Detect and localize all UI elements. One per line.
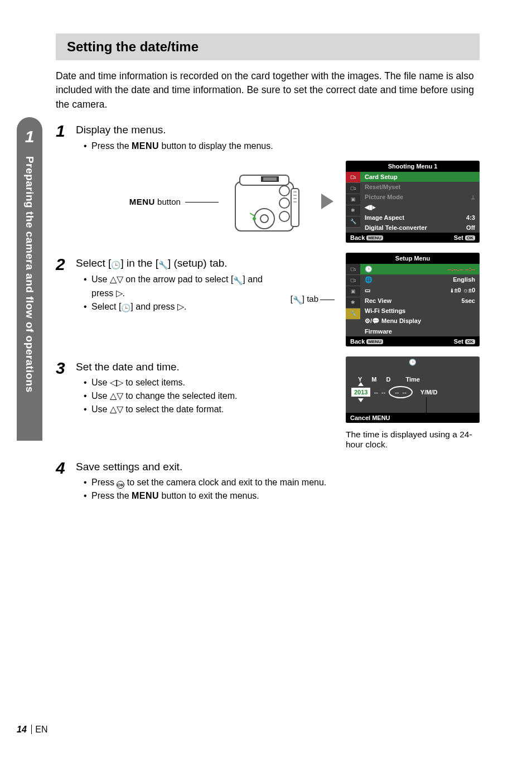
step-2-row: 2 Select [🕒] in the [🔧] (setup) tab. Use… — [56, 253, 480, 346]
svg-point-6 — [279, 186, 289, 196]
leader-line — [185, 202, 219, 202]
clock-icon: 🕒 — [121, 302, 130, 314]
lcd-row: ▭🌡±0 ☼±0 — [360, 285, 480, 296]
globe-icon: 🌐 — [365, 276, 373, 283]
wrench-icon: 🔧 — [233, 275, 243, 287]
text: Press the — [91, 141, 132, 151]
lcd-row: Wi-Fi Settings — [360, 306, 480, 316]
up-down-icon: △▽ — [110, 274, 123, 284]
step-3: 3 Set the date and time. Use ◁▷ to selec… — [56, 360, 335, 417]
svg-point-14 — [253, 217, 256, 220]
lcd-row: Rec View5sec — [360, 296, 480, 306]
lcd-row: 🌐English — [360, 274, 480, 285]
monitor-icon: ▭ — [365, 287, 370, 294]
step4-bullet2: Press the MENU button to exit the menus. — [84, 489, 480, 503]
lcd-shooting-menu: Shooting Menu 1 ◻₁ ◻₂ ▣ ✱ 🔧 Card Setup R… — [346, 161, 480, 243]
lcd-row: Image Aspect4:3 — [360, 213, 480, 223]
page-number: 14 — [17, 725, 27, 734]
lcd-tabs: ◻₁ ◻₂ ▣ ✱ 🔧 — [346, 172, 360, 233]
camera-illustration — [231, 165, 309, 238]
chapter-title: Preparing the camera and flow of operati… — [23, 156, 36, 393]
text: button — [155, 197, 181, 206]
lcd-row: Card Setup — [360, 172, 480, 182]
chapter-number: 1 — [25, 127, 35, 146]
menu-word: MENU — [132, 141, 159, 151]
step4-bullet1: Press OK to set the camera clock and exi… — [84, 476, 480, 489]
tab-camera2-icon: ◻₂ — [346, 275, 360, 286]
lcd-row: 🕒--.--.-- --:-- — [360, 264, 480, 274]
intro-text: Date and time information is recorded on… — [56, 69, 480, 112]
text: button to display the menus. — [159, 141, 273, 151]
lcd-row: ◀▮▸ — [360, 202, 480, 213]
year-field: 2013 — [351, 388, 370, 397]
ok-icon: OK — [117, 481, 124, 489]
step-lead: Save settings and exit. — [76, 460, 480, 474]
tab-camera1-icon: ◻₁ — [346, 172, 360, 183]
section-title-bar: Setting the date/time — [56, 33, 480, 60]
step2-bullet1: Use △▽ on the arrow pad to select [🔧] an… — [84, 273, 279, 300]
menu-word: MENU — [132, 491, 159, 500]
up-down-icon: △▽ — [110, 404, 123, 414]
step-number: 3 — [56, 360, 76, 417]
lcd-setup-menu: Setup Menu ◻₁ ◻₂ ▣ ✱ 🔧 🕒--.--.-- --:-- 🌐… — [346, 253, 480, 346]
clock-icon: 🕒 — [111, 260, 120, 271]
step3-bullet1: Use ◁▷ to select items. — [84, 376, 335, 389]
step1-figures: MENU button Shooting Menu 1 — [56, 161, 480, 243]
svg-rect-9 — [291, 189, 299, 226]
tab-playback-icon: ▣ — [346, 286, 360, 297]
step-lead: Set the date and time. — [76, 360, 335, 374]
step-3-row: 3 Set the date and time. Use ◁▷ to selec… — [56, 356, 480, 450]
wrench-icon: 🔧 — [158, 260, 168, 271]
chapter-tab: 1 Preparing the camera and flow of opera… — [17, 117, 42, 441]
dt-caption: The time is displayed using a 24-hour cl… — [346, 430, 480, 450]
tab-wrench-icon: 🔧 — [346, 216, 360, 228]
time-oval: -- -- — [389, 386, 413, 398]
menu-word: MENU — [129, 197, 155, 206]
tab-gear-icon: ✱ — [346, 297, 360, 308]
lcd-row: Picture Mode⟂ — [360, 192, 480, 202]
right-icon: ▷ — [116, 288, 123, 298]
step-number: 4 — [56, 460, 76, 503]
up-down-icon: △▽ — [110, 391, 123, 401]
step-1: 1 Display the menus. Press the MENU butt… — [56, 123, 480, 153]
tab-wrench-icon: 🔧 — [346, 308, 360, 320]
gear-icon: ⚙ — [365, 317, 370, 324]
section-title: Setting the date/time — [67, 39, 468, 55]
step-lead: Display the menus. — [76, 123, 480, 137]
lcd-datetime: 🕒 Y M D Time 2013 -- -- -- -- — [346, 356, 480, 423]
lcd-row: ⚙/💬 Menu Display — [360, 316, 480, 326]
step1-bullet: Press the MENU button to display the men… — [84, 139, 480, 153]
step-number: 1 — [56, 123, 76, 153]
step-lead: Select [🕒] in the [🔧] (setup) tab. — [76, 256, 279, 271]
lcd-row: Digital Tele-converterOff — [360, 223, 480, 233]
callout-line — [426, 397, 427, 423]
lcd-footer: Cancel MENU — [346, 413, 480, 423]
lcd-title: Shooting Menu 1 — [346, 161, 480, 172]
left-right-icon: ◁▷ — [110, 378, 123, 387]
tab-camera1-icon: ◻₁ — [346, 264, 360, 275]
tab-gear-icon: ✱ — [346, 205, 360, 216]
lcd-footer: Back MENU Set OK — [346, 233, 480, 243]
dt-values: 2013 -- -- -- -- Y/M/D — [351, 386, 474, 398]
page-footer: 14 EN — [17, 725, 47, 735]
arrow-right-icon — [321, 194, 333, 209]
step-4: 4 Save settings and exit. Press OK to se… — [56, 460, 480, 503]
lcd-title: Setup Menu — [346, 253, 480, 264]
step3-bullet2: Use △▽ to change the selected item. — [84, 389, 335, 403]
step2-bullet2: Select [🕒] and press ▷. — [84, 300, 279, 314]
step-2: 2 Select [🕒] in the [🔧] (setup) tab. Use… — [56, 256, 279, 314]
lcd-row: Reset/Myset — [360, 182, 480, 192]
lcd-row: Firmware — [360, 326, 480, 336]
tab-playback-icon: ▣ — [346, 194, 360, 205]
svg-point-5 — [260, 215, 268, 223]
svg-point-8 — [279, 211, 289, 221]
step3-bullet3: Use △▽ to select the date format. — [84, 403, 335, 416]
setup-tab-callout: [🔧] tab — [291, 294, 335, 305]
right-icon: ▷ — [177, 302, 184, 311]
svg-point-7 — [279, 198, 289, 208]
tab-camera2-icon: ◻₂ — [346, 183, 360, 194]
lcd-tabs: ◻₁ ◻₂ ▣ ✱ 🔧 — [346, 264, 360, 336]
clock-icon: 🕒 — [346, 356, 480, 368]
menu-button-label: MENU button — [129, 197, 219, 206]
page-content: Setting the date/time Date and time info… — [56, 33, 480, 508]
